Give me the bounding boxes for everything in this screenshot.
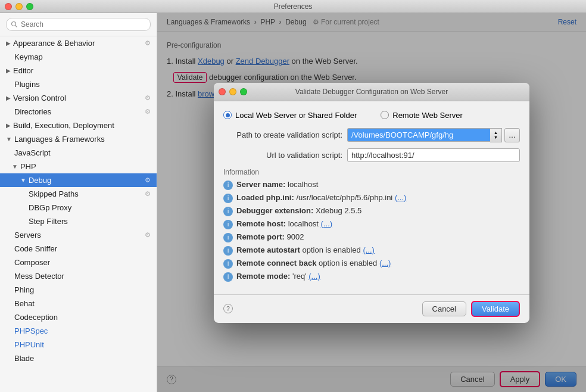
info-icon: i [223, 207, 233, 216]
sidebar-item-step-filters[interactable]: Step Filters [0, 214, 157, 228]
arrow-icon: ▼ [12, 163, 18, 170]
info-text: Remote connect back option is enabled (.… [236, 259, 391, 267]
modal-dialog: Validate Debugger Configuration on Web S… [214, 83, 529, 323]
info-title: Information [223, 168, 520, 176]
remote-host-link[interactable]: (...) [321, 219, 333, 228]
info-section: Information i Server name: localhost i L… [223, 168, 520, 282]
sidebar-item-label: Keymap [14, 52, 43, 61]
info-row-autostart: i Remote autostart option is enabled (..… [223, 245, 520, 256]
servers-icon: ⚙ [145, 231, 151, 239]
sidebar-item-label: Servers [14, 231, 41, 239]
sidebar-item-mess-detector[interactable]: Mess Detector [0, 269, 157, 283]
info-text: Loaded php.ini: /usr/local/etc/php/5.6/p… [236, 193, 406, 202]
sidebar-item-dbgp-proxy[interactable]: DBGp Proxy [0, 201, 157, 214]
modal-window-controls [219, 88, 247, 95]
settings-icon: ⚙ [145, 39, 151, 47]
sidebar-item-build[interactable]: ▶ Build, Execution, Deployment [0, 119, 157, 132]
info-icon: i [223, 246, 233, 256]
path-input[interactable] [347, 128, 490, 142]
maximize-button[interactable] [26, 3, 33, 10]
sidebar-item-label: Phing [14, 285, 34, 294]
modal-min-btn[interactable] [229, 88, 236, 95]
sidebar-item-blade[interactable]: Blade [0, 351, 157, 365]
modal-help-icon[interactable]: ? [223, 304, 233, 313]
sidebar-item-directories[interactable]: Directories ⚙ [0, 105, 157, 119]
sidebar-item-languages[interactable]: ▼ Languages & Frameworks [0, 132, 157, 146]
sidebar-item-label: Plugins [14, 80, 40, 89]
sidebar-item-debug[interactable]: ▼ Debug ⚙ [0, 173, 157, 187]
arrow-icon: ▼ [6, 136, 12, 142]
url-input[interactable] [347, 148, 520, 162]
info-text: Debugger extension: Xdebug 2.5.5 [236, 206, 361, 215]
sidebar-item-label: DBGp Proxy [29, 203, 71, 212]
sidebar-item-vcs[interactable]: ▶ Version Control ⚙ [0, 91, 157, 105]
sidebar-item-label: Blade [14, 354, 34, 363]
info-row-remote-mode: i Remote mode: 'req' (...) [223, 272, 520, 282]
radio-group: Local Web Server or Shared Folder Remote… [223, 111, 520, 120]
sidebar-item-phpspec[interactable]: PHPSpec [0, 324, 157, 338]
sidebar-item-phing[interactable]: Phing [0, 283, 157, 297]
path-browse-btn[interactable]: … [504, 128, 520, 142]
autostart-link[interactable]: (...) [363, 245, 375, 254]
sidebar-list: ▶ Appearance & Behavior ⚙ Keymap ▶ Edito… [0, 36, 157, 392]
dir-icon: ⚙ [145, 108, 151, 116]
arrow-icon: ▶ [6, 40, 11, 46]
info-row-connect-back: i Remote connect back option is enabled … [223, 259, 520, 269]
arrow-icon: ▼ [20, 177, 26, 183]
info-text: Remote port: 9002 [236, 232, 304, 241]
sidebar-item-label: Appearance & Behavior [13, 39, 95, 48]
radio-remote[interactable]: Remote Web Server [381, 111, 463, 120]
sidebar-item-label: Step Filters [29, 217, 68, 226]
path-label: Path to create validation script: [223, 130, 342, 139]
window-title: Preferences [274, 2, 313, 11]
info-text: Remote mode: 'req' (...) [236, 272, 320, 281]
connect-back-link[interactable]: (...) [379, 259, 391, 267]
content-area: Languages & Frameworks › PHP › Debug ⚙ F… [157, 13, 586, 392]
main-container: ▶ Appearance & Behavior ⚙ Keymap ▶ Edito… [0, 13, 586, 392]
sidebar-item-label: Version Control [13, 94, 66, 102]
sidebar-item-label: Behat [14, 299, 35, 308]
sidebar-item-behat[interactable]: Behat [0, 297, 157, 310]
info-row-remote-port: i Remote port: 9002 [223, 232, 520, 242]
window-controls [5, 3, 33, 10]
path-dropdown-btn[interactable]: ▲ ▼ [490, 128, 502, 142]
sidebar-item-label: Build, Execution, Deployment [13, 121, 114, 130]
info-row-remote-host: i Remote host: localhost (...) [223, 219, 520, 229]
sidebar-item-javascript[interactable]: JavaScript [0, 146, 157, 160]
sidebar-item-codeception[interactable]: Codeception [0, 310, 157, 324]
info-icon: i [223, 181, 233, 190]
sidebar-item-editor[interactable]: ▶ Editor [0, 64, 157, 77]
radio-local[interactable]: Local Web Server or Shared Folder [223, 111, 357, 120]
sidebar-item-phpunit[interactable]: PHPUnit [0, 338, 157, 351]
sidebar-item-php[interactable]: ▼ PHP [0, 160, 157, 173]
modal-validate-button[interactable]: Validate [471, 301, 520, 317]
sidebar-item-servers[interactable]: Servers ⚙ [0, 228, 157, 242]
info-text: Server name: localhost [236, 180, 318, 189]
radio-remote-circle [381, 111, 389, 119]
close-button[interactable] [5, 3, 12, 10]
modal-cancel-button[interactable]: Cancel [422, 301, 466, 316]
sidebar: ▶ Appearance & Behavior ⚙ Keymap ▶ Edito… [0, 13, 157, 392]
modal-title-bar: Validate Debugger Configuration on Web S… [214, 83, 529, 101]
sidebar-item-skipped-paths[interactable]: Skipped Paths ⚙ [0, 187, 157, 201]
sidebar-item-appearance[interactable]: ▶ Appearance & Behavior ⚙ [0, 36, 157, 50]
sidebar-item-plugins[interactable]: Plugins [0, 77, 157, 91]
remote-mode-link[interactable]: (...) [308, 272, 320, 281]
search-input[interactable] [6, 18, 151, 31]
sidebar-item-code-sniffer[interactable]: Code Sniffer [0, 242, 157, 256]
modal-max-btn[interactable] [240, 88, 247, 95]
sidebar-item-keymap[interactable]: Keymap [0, 50, 157, 64]
url-label: Url to validation script: [223, 151, 342, 160]
arrow-icon: ▶ [6, 122, 11, 129]
sidebar-item-label: PHP [20, 162, 36, 171]
minimize-button[interactable] [15, 3, 23, 10]
modal-close-btn[interactable] [219, 88, 226, 95]
phpini-link[interactable]: (...) [395, 193, 407, 202]
arrow-icon: ▶ [6, 67, 11, 74]
url-row: Url to validation script: [223, 148, 520, 162]
modal-title: Validate Debugger Configuration on Web S… [295, 88, 448, 96]
modal-overlay: Validate Debugger Configuration on Web S… [157, 13, 586, 392]
sidebar-item-label: Composer [14, 258, 50, 267]
info-row-phpini: i Loaded php.ini: /usr/local/etc/php/5.6… [223, 193, 520, 203]
sidebar-item-composer[interactable]: Composer [0, 256, 157, 269]
